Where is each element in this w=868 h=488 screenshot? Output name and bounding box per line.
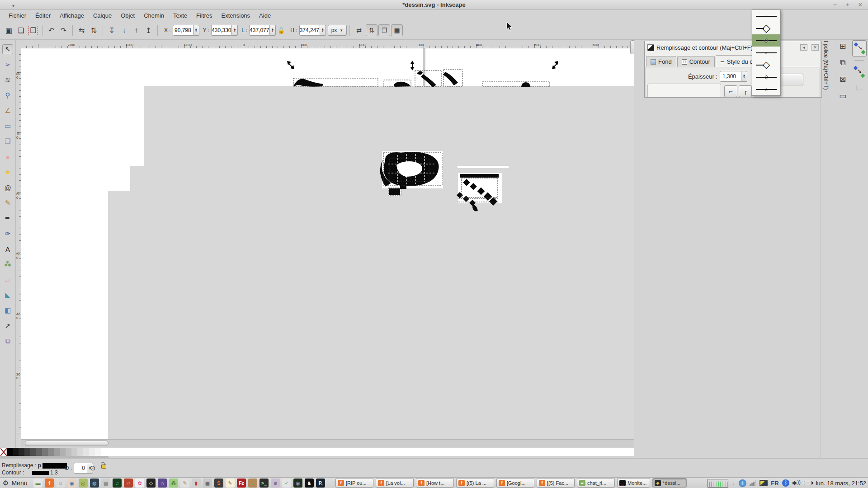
launcher-icon[interactable]: ◍ <box>90 479 99 488</box>
volume-icon[interactable]: )) <box>793 480 801 486</box>
join-round-button[interactable]: ╭ <box>739 85 752 97</box>
tool-button[interactable]: ➚ <box>2 321 13 331</box>
lock-ratio-icon[interactable]: 🔓 <box>278 27 285 34</box>
launcher-icon[interactable]: Fz <box>237 479 246 488</box>
horizontal-scrollbar-thumb[interactable] <box>25 441 108 446</box>
tool-button[interactable]: ✒ <box>2 213 13 223</box>
menu-item[interactable]: Chemin <box>140 11 168 20</box>
launcher-icon[interactable]: ∩ <box>158 479 167 488</box>
dashes-dropdown[interactable] <box>647 84 721 98</box>
tool-button[interactable]: ⚲ <box>2 90 13 100</box>
taskbar-window-button[interactable]: ▰ chat_ri... <box>577 478 615 488</box>
marker-option[interactable]: ◇ <box>752 34 780 47</box>
command-icon[interactable]: ▭ <box>839 91 846 101</box>
launcher-icon[interactable]: ▬ <box>33 479 42 488</box>
menu-item[interactable]: Calque <box>89 11 116 20</box>
menu-item[interactable]: Extensions <box>217 11 255 20</box>
launcher-icon[interactable]: ▮ <box>192 479 201 488</box>
marker-option[interactable]: ○ <box>752 47 780 59</box>
taskbar-window-button[interactable]: ◆ *dessi... <box>652 478 687 488</box>
taskbar-window-button[interactable]: f [Googl... <box>496 478 534 488</box>
transform-toggle[interactable]: ⇄ <box>353 24 365 36</box>
dialog-close-button[interactable]: ✕ <box>811 44 819 51</box>
maximize-button[interactable]: + <box>843 1 853 9</box>
tool-button[interactable]: ◧ <box>2 305 13 315</box>
toolbar-icon[interactable]: ❐ <box>28 25 39 36</box>
color-swatch[interactable] <box>13 448 19 456</box>
color-swatch[interactable] <box>42 448 48 456</box>
marker-option[interactable]: ◇ <box>752 71 780 83</box>
z-order-button[interactable]: ↓ <box>118 25 130 36</box>
dock-tab-text-font[interactable]: t police (Maj+Ctrl+T) <box>823 41 829 140</box>
marker-option[interactable]: ◇ <box>752 83 780 95</box>
horizontal-ruler[interactable]: -300-200-1000100200300400500600 <box>21 43 634 48</box>
color-swatch[interactable] <box>77 448 83 456</box>
launcher-icon[interactable]: ♞ <box>305 479 314 488</box>
launcher-icon[interactable]: ⊕ <box>271 479 280 488</box>
color-swatch[interactable] <box>66 448 71 456</box>
no-color-swatch[interactable] <box>0 448 7 456</box>
tool-button[interactable]: ▱ <box>2 275 13 285</box>
transform-toggle[interactable]: ⇅ <box>366 24 377 36</box>
opacity-input[interactable]: O : 0▲▼ <box>65 463 93 474</box>
tool-button[interactable]: @ <box>2 183 13 192</box>
color-swatch[interactable] <box>83 448 89 456</box>
launcher-icon[interactable]: f <box>45 479 54 488</box>
tool-button[interactable]: A <box>2 244 13 254</box>
tool-button[interactable]: ≋ <box>2 75 13 85</box>
color-swatch[interactable] <box>101 448 107 456</box>
marker-option[interactable]: ● <box>752 10 780 22</box>
transform-toggle[interactable]: ❐ <box>378 24 390 36</box>
minimize-button[interactable]: − <box>830 1 840 9</box>
color-swatch[interactable] <box>95 448 101 456</box>
launcher-icon[interactable]: ▱ <box>124 479 133 488</box>
tool-button[interactable]: ✎ <box>2 198 13 208</box>
bluetooth-icon[interactable]: ᛒ <box>782 479 789 487</box>
tool-button[interactable]: ⁂ <box>2 259 13 269</box>
flip-vertical-button[interactable]: ⇅ <box>88 25 99 36</box>
layer-visibility-icon[interactable]: ⊙ <box>90 464 96 472</box>
launcher-icon[interactable]: P. <box>316 479 325 488</box>
color-swatch[interactable] <box>24 448 30 456</box>
vertical-ruler[interactable]: 800700600500400300 <box>16 48 21 439</box>
x-input[interactable]: 90,798▲▼ <box>173 25 199 36</box>
transform-toggle[interactable]: ▦ <box>391 24 403 36</box>
color-swatch[interactable] <box>60 448 66 456</box>
thickness-input[interactable]: 1,300▲▼ <box>720 71 747 82</box>
taskbar-window-button[interactable]: f [La voi... <box>376 478 414 488</box>
tool-button[interactable]: ⧉ <box>2 336 13 346</box>
color-swatch[interactable] <box>30 448 36 456</box>
height-input[interactable]: 374,247▲▼ <box>299 25 326 36</box>
command-icon[interactable]: ⧉ <box>840 58 845 67</box>
menu-item[interactable]: Affichage <box>56 11 88 20</box>
launcher-icon[interactable]: ✿ <box>135 479 144 488</box>
launcher-icon[interactable]: ◎ <box>79 479 88 488</box>
horizontal-scrollbar[interactable] <box>21 439 634 447</box>
color-swatch[interactable] <box>71 448 77 456</box>
launcher-icon[interactable]: ◉ <box>67 479 76 488</box>
launcher-icon[interactable]: ✎ <box>226 479 235 488</box>
snap-enable-button[interactable]: ➘ <box>852 40 867 56</box>
stroke-indicator[interactable]: Contour : 1.3 <box>2 469 58 476</box>
toolbar-icon[interactable]: ❏ <box>15 25 27 36</box>
taskbar-window-button[interactable]: f [(5) Fac... <box>537 478 575 488</box>
tab-fill[interactable]: Fond <box>646 56 676 67</box>
color-swatch[interactable] <box>7 448 13 456</box>
taskbar-window-button[interactable]: f [How t... <box>416 478 454 488</box>
toolbar-icon[interactable]: ▣ <box>3 25 14 36</box>
tool-button[interactable]: ◣ <box>2 290 13 300</box>
marker-option[interactable]: ◇ <box>752 59 780 71</box>
tool-button[interactable]: ∠ <box>2 106 13 116</box>
menu-item[interactable]: Objet <box>117 11 139 20</box>
launcher-icon[interactable]: ⁂ <box>169 479 178 488</box>
taskbar-window-button[interactable]: ▁ Monite... <box>617 478 650 488</box>
tool-button[interactable]: ● <box>2 152 13 162</box>
flip-horizontal-button[interactable]: ⇆ <box>76 25 87 36</box>
redo-button[interactable]: ↷ <box>58 25 69 36</box>
width-input[interactable]: 437,077▲▼ <box>249 25 276 36</box>
y-input[interactable]: 430,330▲▼ <box>211 25 238 36</box>
layer-lock-icon[interactable] <box>101 465 106 469</box>
launcher-icon[interactable]: ◉ <box>293 479 302 488</box>
start-menu-button[interactable]: ⚙ Menu <box>3 478 27 488</box>
color-swatch[interactable] <box>89 448 95 456</box>
